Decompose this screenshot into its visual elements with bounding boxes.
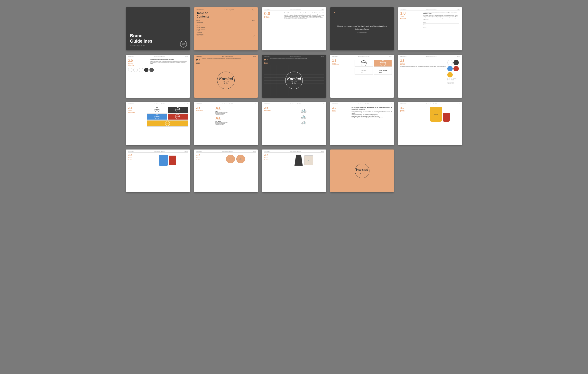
slide-final: Farstad est. 1955 & Co [330,150,394,192]
slide-toc: FARSTAD & CO Brand Guidelines / April 20… [194,7,258,50]
vi-doc: Brand Guidelines / April 2019 [154,56,165,57]
elements-doc: Brand Guidelines / April 2019 [290,104,301,105]
inuse3-num: 4.0 [196,154,214,157]
slide-quote: " No one can understand the truth until … [330,7,394,50]
farstad-co: & Co [224,82,228,84]
toc-item: 2.3 Logo Variations [197,29,256,30]
vi-section-num: 2.0 [128,59,149,62]
toc-title: Table ofContents [197,11,256,19]
slide-brand-inuse-2: FARSTAD & CO Brand Guidelines / April 20… [126,150,190,192]
inuse1-brand: FARSTAD & CO [400,104,406,105]
violations-doc: Brand Guidelines / April 2019 [358,56,369,57]
button-badge-1: Farstad [226,155,235,163]
logo-tan-num: 2.1 [196,58,201,62]
brand-body: The brand will position itself to genera… [423,15,459,20]
logo-grid-num: 2.1 [264,58,269,62]
bike-icon-1: 🚲 [301,107,307,113]
inuse4-num: 4.0 [264,154,282,157]
intro-page: Page 2 [321,9,324,10]
colour-values: Warm Tan | Hex: E8A87C Dark | Hex: 3A3A3… [447,78,460,84]
brand-section-title: TheBrand [400,15,421,20]
slide-intro: FARSTAD & CO Brand Guidelines / April 20… [262,7,326,50]
intro-brand: FARSTAD & CO [264,9,270,10]
typefaces-brand: FARSTAD & CO [196,104,202,105]
violations-num: 2.2 [332,59,353,62]
violations-header: FARSTAD & CO Brand Guidelines / April 20… [332,56,392,58]
logo-grid-title: Logo [264,62,269,64]
colour-dark [453,60,459,65]
quote-mark: " [334,10,336,18]
inuse1-doc: Brand Guidelines / April 2019 [426,104,437,105]
brand-name: FARSTAD & CO [400,9,406,10]
final-farstad-text: Farstad [356,168,368,171]
colour-white [447,60,453,65]
slide-elements: FARSTAD & CO Brand Guidelines / April 20… [262,102,326,145]
variations-header: FARSTAD & CO Brand Guidelines / April 20… [128,104,188,105]
slide-brand-inuse-4: FARSTAD & CO Brand Guidelines / April 20… [262,150,326,192]
final-logo: Farstad est. 1955 & Co [356,168,368,174]
colour-circle-white [447,60,453,65]
toc-brand: FARSTAD & CO [197,9,204,11]
variation-blue: Farstad & Co [147,113,167,120]
quote-attribution: — Sheik Abd-al-Kadir [357,32,367,33]
inuse2-doc: Brand Guidelines / April 2019 [154,151,165,152]
inuse2-title: BrandIn-use [128,157,146,161]
variations-page: Page 10 [185,104,188,105]
vi-section-title: VisualIdentity [128,62,149,66]
typefaces-doc: Brand Guidelines / April 2019 [222,104,233,105]
variations-logos-area: Farstad & Co Farstad & Co Farstad & Co [147,107,188,127]
colour-blue [447,66,453,71]
colours-brand: FARSTAD & CO [400,56,406,57]
typefaces-title: Typefaces [196,110,214,111]
slide-brand: FARSTAD & CO Brand Guidelines / April 20… [398,7,462,50]
bike-icon-2: 🚲 [301,114,306,119]
intro-header: FARSTAD & CO Brand Guidelines / April 20… [264,9,324,11]
logo-grid-doc: Brand Guidelines / April 2019 [290,56,301,57]
inuse4-page: Page 17 [321,151,324,152]
brand-header: FARSTAD & CO Brand Guidelines / April 20… [400,9,460,11]
brand-section-num: 1.0 [400,11,421,15]
inuse4-mockup: 🚲 [284,155,324,166]
violations-brand: FARSTAD & CO [332,56,338,57]
vi-header: FARSTAD & CO Brand Guidelines / April 20… [128,56,188,58]
vi-circles [128,68,188,72]
cover-logo: Farstad& Co [180,41,187,47]
farstad-big-text: Farstad [219,76,233,81]
toc-item: 2.0 Visual Identity [197,23,256,25]
variations-doc: Brand Guidelines / April 2019 [154,104,165,105]
colour-circle-yellow [447,72,453,77]
toc-item: 2.2 Logo Violations [197,27,256,28]
brand-description: Farstad & Co is determined to become a d… [423,11,459,14]
intro-body: The Farstad & Co. name is not only defin… [284,12,324,20]
inuse3-page: Page 16 [253,151,256,152]
font1-sample: Aa [215,106,256,111]
inuse2-brand: FARSTAD & CO [128,151,134,152]
inuse3-doc: Brand Guidelines / April 2019 [222,151,233,152]
vi-circle-4 [144,68,148,72]
inuse2-mockup [147,155,188,166]
cover-subtitle: Updated as of April 19, 2019 [130,45,186,46]
red-cup-small [443,113,450,122]
slide-logo-violations: FARSTAD & CO Brand Guidelines / April 20… [330,55,394,98]
inuse3-title: BrandIn-use [196,157,214,161]
logo-tan-doc: Brand Guidelines / April 2019 [222,56,233,57]
variations-num: 2.4 [128,106,146,110]
font2-chars: ABCDEFGHIJKLMNOPQRSTUVWXYZ abcdefghijklm… [215,122,256,125]
colour-yellow [447,72,453,77]
toc-items: 0.0 IntroPage 1 1.0 The Brand 2.0 Visual… [197,20,256,37]
toc-item: 1.0 The Brand [197,22,256,23]
slide-brand-inuse-1: FARSTAD & CO Brand Guidelines / April 20… [398,102,462,145]
logo-grid-brand: FARSTAD & CO [264,56,270,57]
intro-section-num: 0.0 [264,11,282,16]
intro-doc: Brand Guidelines / April 2019 [290,9,301,10]
vi-circle-2 [133,68,138,72]
bikes-area: 🚲 🚲 🚲 [284,107,324,124]
inuse2-header: FARSTAD & CO Brand Guidelines / April 20… [128,151,188,153]
logo-tan-brand: FARSTAD & CO [196,56,202,57]
vi-brand: FARSTAD & CO [128,56,134,57]
elements-num: 2.6 [264,106,282,110]
inuse3-mockup: Farstad 🚲 [215,155,256,163]
colour-red [453,66,459,71]
final-co-text: & Co [356,173,368,174]
logo-tan-note: The logo is an integral part of our visu… [202,58,241,64]
